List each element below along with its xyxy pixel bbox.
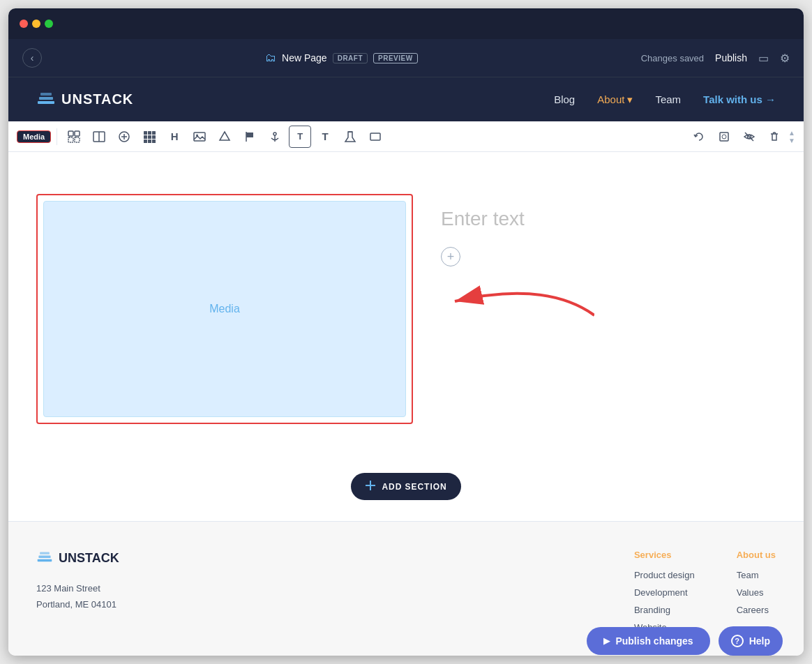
- close-button[interactable]: [20, 20, 28, 28]
- back-button[interactable]: ‹: [22, 48, 42, 68]
- grid-icon[interactable]: [138, 126, 160, 148]
- footer-link-values[interactable]: Values: [737, 587, 776, 598]
- svg-rect-21: [194, 133, 205, 141]
- svg-rect-17: [152, 135, 156, 139]
- page-title: New Page: [282, 52, 327, 63]
- toolbar-separator: [57, 128, 57, 145]
- svg-line-31: [745, 133, 753, 141]
- columns-icon[interactable]: [88, 126, 110, 148]
- svg-rect-27: [370, 133, 380, 140]
- flag-icon[interactable]: [239, 126, 261, 148]
- svg-rect-6: [75, 137, 80, 142]
- svg-rect-0: [38, 101, 54, 104]
- titlebar: [8, 8, 804, 39]
- svg-rect-14: [152, 131, 156, 135]
- add-section-button[interactable]: ADD SECTION: [351, 473, 460, 500]
- footer-logo: UNSTACK: [36, 550, 606, 566]
- settings-icon[interactable]: ⚙: [780, 52, 790, 65]
- logo-text: UNSTACK: [61, 91, 133, 107]
- footer-col-about-title: About us: [737, 550, 776, 560]
- svg-rect-18: [144, 139, 147, 143]
- media-placeholder[interactable]: Media: [43, 201, 406, 417]
- page-icon: 🗂: [265, 52, 276, 64]
- topnav: ‹ 🗂 New Page DRAFT PREVIEW Changes saved…: [8, 39, 804, 77]
- footer-link-product-design[interactable]: Product design: [634, 570, 695, 580]
- svg-rect-3: [68, 131, 73, 136]
- publish-button[interactable]: Publish: [715, 52, 747, 63]
- sitenav: UNSTACK Blog About ▾ Team Talk with us →: [8, 77, 804, 121]
- logo-icon: [36, 90, 56, 110]
- add-icon[interactable]: [113, 126, 135, 148]
- svg-rect-12: [144, 131, 147, 135]
- lab-icon[interactable]: [339, 126, 361, 148]
- section-icon[interactable]: [63, 126, 85, 148]
- svg-rect-16: [148, 135, 151, 139]
- help-label: Help: [749, 635, 770, 647]
- add-section-icon: [365, 480, 376, 493]
- topnav-right: Changes saved Publish ▭ ⚙: [641, 52, 790, 65]
- box-icon[interactable]: [364, 126, 386, 148]
- address-line1: 123 Main Street: [36, 580, 606, 596]
- editor-area: Media Enter text +: [8, 152, 804, 459]
- toolbar-right: ▲ ▼: [688, 126, 795, 148]
- heading-icon[interactable]: H: [163, 126, 186, 148]
- text-boxed-icon[interactable]: T: [289, 126, 311, 148]
- undo-icon[interactable]: [688, 126, 710, 148]
- nav-cta[interactable]: Talk with us →: [703, 93, 776, 105]
- bottom-bar: ▶ Publish changes ? Help: [8, 626, 804, 656]
- svg-rect-37: [370, 481, 371, 490]
- add-section-wrapper: ADD SECTION: [8, 459, 804, 521]
- editor-section: Media Enter text +: [36, 180, 776, 438]
- publish-changes-label: Publish changes: [615, 635, 693, 647]
- delete-icon[interactable]: [763, 126, 785, 148]
- layout-icon[interactable]: ▭: [758, 52, 769, 65]
- anchor-icon[interactable]: [264, 126, 286, 148]
- traffic-lights: [20, 20, 53, 28]
- red-arrow-svg: [441, 273, 594, 329]
- sitenav-links: Blog About ▾ Team Talk with us →: [554, 93, 776, 106]
- svg-rect-28: [720, 133, 728, 141]
- nav-blog[interactable]: Blog: [554, 93, 575, 105]
- text-icon[interactable]: T: [314, 126, 336, 148]
- help-circle-icon: ?: [731, 635, 744, 647]
- hide-icon[interactable]: [738, 126, 760, 148]
- media-label: Media: [209, 303, 240, 315]
- media-block-wrapper[interactable]: Media: [36, 194, 413, 424]
- nav-about[interactable]: About ▾: [597, 93, 633, 106]
- svg-rect-1: [39, 97, 53, 100]
- svg-rect-4: [75, 131, 80, 136]
- svg-rect-15: [144, 135, 147, 139]
- footer-link-branding[interactable]: Branding: [634, 605, 695, 615]
- draft-badge: DRAFT: [333, 53, 368, 63]
- footer-link-careers[interactable]: Careers: [737, 605, 776, 615]
- media-button[interactable]: Media: [17, 130, 51, 143]
- enter-text-placeholder[interactable]: Enter text: [441, 208, 776, 230]
- text-block: Enter text +: [441, 194, 776, 329]
- footer-logo-text: UNSTACK: [59, 551, 119, 566]
- svg-rect-40: [40, 552, 50, 554]
- maximize-button[interactable]: [45, 20, 53, 28]
- help-button[interactable]: ? Help: [719, 626, 783, 656]
- footer-address: 123 Main Street Portland, ME 04101: [36, 580, 606, 613]
- shape-icon[interactable]: [213, 126, 236, 148]
- site-logo: UNSTACK: [36, 90, 554, 110]
- collapse-arrows[interactable]: ▲ ▼: [788, 129, 795, 144]
- minimize-button[interactable]: [32, 20, 40, 28]
- nav-team[interactable]: Team: [655, 93, 681, 105]
- frame-icon[interactable]: [713, 126, 735, 148]
- svg-rect-5: [68, 137, 73, 142]
- svg-point-24: [273, 133, 276, 135]
- footer-link-team[interactable]: Team: [737, 570, 776, 580]
- svg-rect-19: [148, 139, 151, 143]
- main-content: Media Enter text +: [8, 152, 804, 656]
- svg-rect-38: [38, 559, 52, 561]
- add-content-button[interactable]: +: [441, 247, 460, 266]
- footer-link-development[interactable]: Development: [634, 587, 695, 598]
- preview-badge[interactable]: PREVIEW: [373, 53, 418, 63]
- svg-rect-39: [38, 556, 50, 558]
- footer-col-services-title: Services: [634, 550, 695, 560]
- publish-changes-button[interactable]: ▶ Publish changes: [587, 627, 709, 655]
- image-icon[interactable]: [188, 126, 211, 148]
- topnav-center: 🗂 New Page DRAFT PREVIEW: [50, 52, 633, 64]
- play-icon: ▶: [603, 636, 610, 646]
